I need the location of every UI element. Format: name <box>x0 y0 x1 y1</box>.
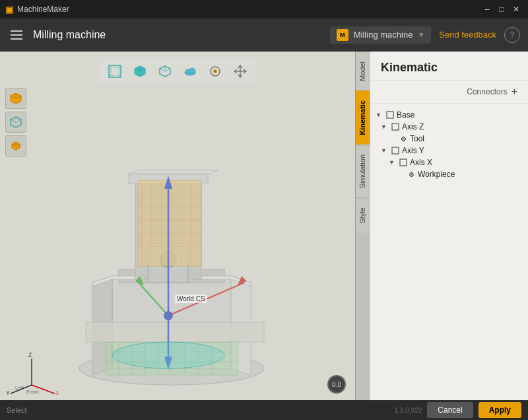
svg-text:Left: Left <box>15 385 24 391</box>
svg-line-28 <box>16 120 21 122</box>
svg-rect-1 <box>111 67 119 75</box>
help-button[interactable]: ? <box>504 27 520 43</box>
machine-3d-view <box>33 78 310 400</box>
title-bar: ▣ MachineMaker – □ ✕ <box>0 0 528 18</box>
menu-line <box>11 34 22 36</box>
connectors-label: Connectors <box>467 87 507 96</box>
viewport[interactable]: World CS Z X Y Left Front 0.0 <box>0 52 355 400</box>
toolbar-title: Milling machine <box>33 29 106 41</box>
tree-arrow-axis-y: ▼ <box>381 147 389 154</box>
machine-selector[interactable]: M Milling machine ▼ <box>330 26 432 44</box>
axis-z-icon <box>391 122 400 131</box>
select-label: Select <box>7 406 27 414</box>
connectors-row: Connectors + <box>370 81 528 104</box>
status-actions: 1.9.0.922 Cancel Apply <box>395 402 521 418</box>
tree-label-axis-z: Axis Z <box>402 122 424 131</box>
toolbar-right: M Milling machine ▼ Send feedback ? <box>330 26 520 44</box>
right-panel: Kinematic Connectors + ▼ Base ▼ Axis Z <box>370 52 528 400</box>
cancel-button[interactable]: Cancel <box>427 402 473 418</box>
svg-text:Y: Y <box>6 390 10 395</box>
svg-text:Front: Front <box>26 389 39 395</box>
main-toolbar: Milling machine M Milling machine ▼ Send… <box>0 18 528 52</box>
tab-kinematic[interactable]: Kinematic <box>356 90 370 145</box>
camera-value: 0.0 <box>332 381 341 388</box>
world-cs-label: World CS <box>175 295 207 303</box>
svg-rect-91 <box>400 159 407 166</box>
tree-label-tool: Tool <box>410 134 424 143</box>
base-icon <box>385 110 395 120</box>
version-label: 1.9.0.922 <box>395 407 422 414</box>
add-connector-button[interactable]: + <box>512 86 517 98</box>
status-bar: Select 1.9.0.922 Cancel Apply <box>0 400 528 420</box>
svg-line-29 <box>11 120 16 122</box>
svg-text:X: X <box>56 390 58 395</box>
cube-small-btn[interactable] <box>5 135 26 157</box>
send-feedback-button[interactable]: Send feedback <box>439 30 496 40</box>
app-title: MachineMaker <box>17 5 69 14</box>
cube-yellow-btn[interactable] <box>5 88 26 109</box>
svg-text:Z: Z <box>28 351 32 358</box>
tree-arrow-axis-z: ▼ <box>381 123 389 130</box>
chevron-down-icon: ▼ <box>418 31 424 38</box>
tree-label-workpiece: Workpiece <box>418 170 455 179</box>
status-left-area: Select <box>7 406 27 414</box>
tool-icon: ⚙ <box>399 134 408 143</box>
svg-point-19 <box>214 71 216 73</box>
svg-rect-90 <box>392 147 399 154</box>
content-area: World CS Z X Y Left Front 0.0 <box>0 52 528 400</box>
tree-arrow-base: ▼ <box>376 112 383 118</box>
machine-selector-icon: M <box>337 29 348 41</box>
menu-line <box>11 38 22 40</box>
minimize-button[interactable]: – <box>480 3 494 16</box>
svg-rect-88 <box>387 112 393 118</box>
tree-label-base: Base <box>397 110 414 120</box>
tab-model[interactable]: Model <box>356 52 370 90</box>
tree-arrow-axis-x: ▼ <box>389 159 397 166</box>
tree-item-base[interactable]: ▼ Base <box>376 109 523 121</box>
maximize-button[interactable]: □ <box>495 3 508 16</box>
tree-item-axis-y[interactable]: ▼ Axis Y <box>376 145 523 157</box>
camera-button[interactable]: 0.0 <box>327 375 346 394</box>
workpiece-icon: ⚙ <box>407 170 416 179</box>
svg-rect-43 <box>86 322 264 342</box>
right-tabs: Model Kinematic Simulation Style <box>355 52 370 400</box>
apply-button[interactable]: Apply <box>478 402 521 418</box>
window-controls: – □ ✕ <box>480 3 523 16</box>
panel-title: Kinematic <box>370 52 528 81</box>
kinematic-tree: ▼ Base ▼ Axis Z ▼ ⚙ Tool <box>370 104 528 400</box>
axis-x-icon <box>399 158 408 167</box>
svg-point-16 <box>189 69 195 73</box>
tree-item-axis-z[interactable]: ▼ Axis Z <box>376 121 523 133</box>
svg-line-12 <box>165 69 170 71</box>
svg-marker-42 <box>129 170 218 174</box>
menu-button[interactable] <box>8 28 25 42</box>
svg-point-77 <box>164 312 172 320</box>
close-button[interactable]: ✕ <box>510 3 523 16</box>
left-panel <box>5 88 26 157</box>
svg-rect-58 <box>139 180 201 266</box>
cube-outline-btn[interactable] <box>5 112 26 133</box>
machine-selector-label: Milling machine <box>354 30 413 40</box>
tree-item-axis-x[interactable]: ▼ Axis X <box>376 157 523 168</box>
app-logo-icon: ▣ <box>5 5 13 15</box>
svg-line-13 <box>160 69 165 71</box>
tab-simulation[interactable]: Simulation <box>356 145 370 197</box>
axis-y-icon <box>391 146 400 155</box>
toolbar-left: Milling machine <box>8 28 106 42</box>
svg-rect-89 <box>392 123 399 130</box>
tree-item-workpiece[interactable]: ▼ ⚙ Workpiece <box>376 168 523 180</box>
tree-item-tool[interactable]: ▼ ⚙ Tool <box>376 133 523 145</box>
coordinate-indicator: Z X Y Left Front <box>5 349 58 395</box>
tree-label-axis-y: Axis Y <box>402 146 424 155</box>
tab-style[interactable]: Style <box>356 197 370 232</box>
tree-label-axis-x: Axis X <box>410 158 432 167</box>
menu-line <box>11 30 22 32</box>
